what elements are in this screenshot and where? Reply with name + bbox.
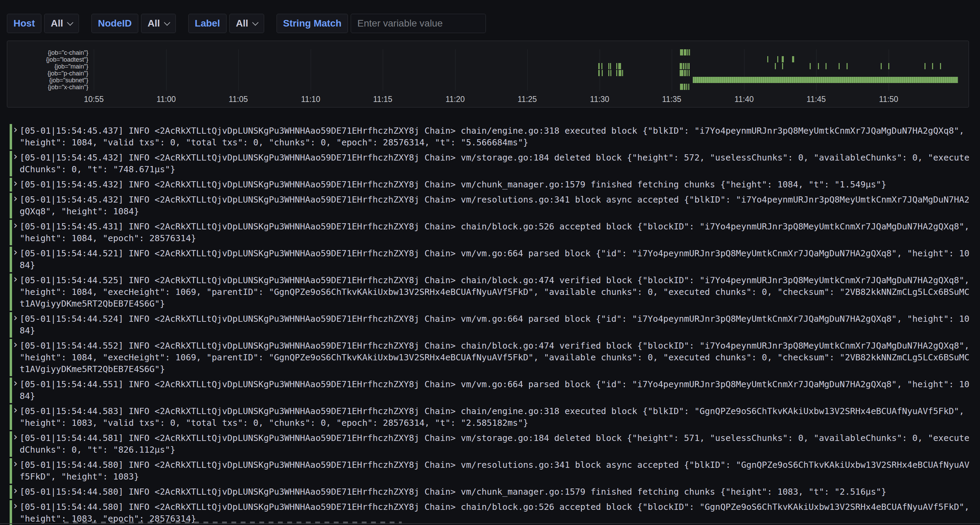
expand-log-row-icon[interactable] <box>13 458 18 470</box>
log-volume-mark <box>924 63 926 69</box>
log-row[interactable]: [05-01|15:54:44.525] INFO <2AcRkXTLLtQjv… <box>10 273 980 311</box>
log-volume-mark <box>846 63 848 69</box>
log-level-indicator-info <box>10 339 12 376</box>
log-volume-mark <box>940 63 941 69</box>
expand-log-row-icon[interactable] <box>13 220 18 232</box>
chevron-down-icon <box>252 19 258 25</box>
log-row[interactable]: [05-01|15:54:44.552] INFO <2AcRkXTLLtQjv… <box>10 339 980 376</box>
log-volume-mark <box>608 63 609 69</box>
variable-dropdown-host[interactable]: All <box>44 14 79 33</box>
log-level-indicator-info <box>10 458 12 484</box>
log-volume-mark <box>810 63 811 69</box>
log-volume-mark <box>610 63 611 69</box>
log-volume-mark <box>683 63 684 69</box>
log-volume-mark <box>602 70 603 76</box>
x-axis-tick-label: 11:35 <box>654 95 689 104</box>
log-row[interactable]: [05-01|15:54:44.583] INFO <2AcRkXTLLtQjv… <box>10 404 980 430</box>
log-level-indicator-info <box>10 178 12 192</box>
log-level-indicator-info <box>10 220 12 245</box>
variable-dropdown-label[interactable]: All <box>229 14 264 33</box>
log-row[interactable]: [05-01|15:54:45.431] INFO <2AcRkXTLLtQjv… <box>10 220 980 245</box>
log-row[interactable]: [05-01|15:54:44.581] INFO <2AcRkXTLLtQjv… <box>10 431 980 457</box>
log-row[interactable]: [05-01|15:54:45.432] INFO <2AcRkXTLLtQjv… <box>10 151 980 176</box>
log-volume-mark <box>598 63 600 69</box>
log-line-text: [05-01|15:54:44.580] INFO <2AcRkXTLLtQjv… <box>20 459 971 483</box>
log-line-text: [05-01|15:54:44.580] INFO <2AcRkXTLLtQjv… <box>20 501 971 525</box>
legend-item[interactable]: {job="x-chain"} <box>7 84 88 90</box>
log-volume-mark <box>689 70 690 76</box>
log-volume-mark <box>610 70 611 76</box>
legend-item[interactable]: {job="loadtest"} <box>7 56 88 63</box>
gridline <box>455 49 455 91</box>
variable-dropdown-host-value: All <box>51 18 63 29</box>
log-volume-mark <box>684 70 686 76</box>
log-volume-mark <box>782 63 783 69</box>
legend-item[interactable]: {job="main"} <box>7 63 88 70</box>
log-row[interactable]: [05-01|15:54:45.432] INFO <2AcRkXTLLtQjv… <box>10 178 980 192</box>
log-volume-mark <box>686 84 687 90</box>
expand-log-row-icon[interactable] <box>13 377 18 389</box>
log-volume-mark <box>622 70 623 76</box>
log-volume-mark <box>680 70 683 76</box>
expand-log-row-icon[interactable] <box>13 339 18 351</box>
gridline <box>600 49 600 91</box>
log-level-indicator-info <box>10 193 12 219</box>
log-row[interactable]: [05-01|15:54:45.432] INFO <2AcRkXTLLtQjv… <box>10 193 980 219</box>
log-volume-mark <box>888 63 889 69</box>
expand-log-row-icon[interactable] <box>13 312 18 324</box>
log-volume-mark <box>818 63 819 69</box>
log-row[interactable]: [05-01|15:54:44.524] INFO <2AcRkXTLLtQjv… <box>10 312 980 338</box>
log-volume-mark <box>782 56 784 62</box>
log-line-text: [05-01|15:54:44.551] INFO <2AcRkXTLLtQjv… <box>20 379 971 402</box>
expand-log-row-icon[interactable] <box>13 247 18 259</box>
chevron-down-icon <box>67 19 73 25</box>
expand-log-row-icon[interactable] <box>13 193 18 205</box>
log-volume-mark <box>826 63 827 69</box>
legend-item[interactable]: {job="subnet"} <box>7 77 88 84</box>
gridline <box>527 49 528 91</box>
log-volume-mark <box>689 49 690 56</box>
string-match-input[interactable] <box>351 14 486 33</box>
expand-log-row-icon[interactable] <box>13 178 18 189</box>
log-row[interactable]: [05-01|15:54:44.551] INFO <2AcRkXTLLtQjv… <box>10 377 980 403</box>
expand-log-row-icon[interactable] <box>13 151 18 163</box>
expand-log-row-icon[interactable] <box>13 404 18 416</box>
log-row[interactable]: [05-01|15:54:44.521] INFO <2AcRkXTLLtQjv… <box>10 247 980 272</box>
variable-dropdown-nodeid[interactable]: All <box>141 14 176 33</box>
variable-label-host: Host <box>7 14 41 33</box>
log-line-text: [05-01|15:54:44.581] INFO <2AcRkXTLLtQjv… <box>20 432 971 456</box>
x-axis-tick-label: 11:45 <box>799 95 834 104</box>
log-level-indicator-info <box>10 247 12 272</box>
gridline <box>889 49 889 91</box>
log-row[interactable]: [05-01|15:54:44.580] INFO <2AcRkXTLLtQjv… <box>10 458 980 484</box>
log-volume-mark <box>680 84 683 90</box>
log-row[interactable]: [05-01|15:54:44.580] INFO <2AcRkXTLLtQjv… <box>10 485 980 499</box>
x-axis-tick-label: 11:00 <box>149 95 183 104</box>
chevron-down-icon <box>164 19 170 25</box>
log-line-text: [05-01|15:54:44.583] INFO <2AcRkXTLLtQjv… <box>20 406 971 429</box>
expand-log-row-icon[interactable] <box>13 500 18 512</box>
expand-log-row-icon[interactable] <box>13 273 18 285</box>
log-volume-mark <box>881 63 882 69</box>
log-line-text: [05-01|15:54:45.431] INFO <2AcRkXTLLtQjv… <box>20 221 971 244</box>
log-volume-mark <box>792 56 794 62</box>
legend-item[interactable]: {job="c-chain"} <box>7 49 88 56</box>
log-volume-band <box>693 77 958 83</box>
legend-item[interactable]: {job="p-chain"} <box>7 70 88 77</box>
log-volume-mark <box>619 70 621 76</box>
panel-bottom-divider <box>0 523 980 524</box>
log-line-text: [05-01|15:54:44.524] INFO <2AcRkXTLLtQjv… <box>20 313 971 336</box>
expand-log-row-icon[interactable] <box>13 485 18 497</box>
log-row[interactable]: [05-01|15:54:45.437] INFO <2AcRkXTLLtQjv… <box>10 124 980 149</box>
variable-label-label: Label <box>188 14 227 33</box>
log-volume-mark <box>687 63 687 69</box>
log-level-indicator-info <box>10 312 12 338</box>
gridline <box>238 49 239 91</box>
variables-toolbar: Host All NodeID All Label All String Mat… <box>7 14 486 33</box>
log-level-indicator-info <box>10 431 12 457</box>
expand-log-row-icon[interactable] <box>13 431 18 443</box>
log-volume-mark <box>608 70 609 76</box>
gridline <box>311 49 311 91</box>
log-volume-mark <box>680 63 682 69</box>
expand-log-row-icon[interactable] <box>13 124 18 136</box>
